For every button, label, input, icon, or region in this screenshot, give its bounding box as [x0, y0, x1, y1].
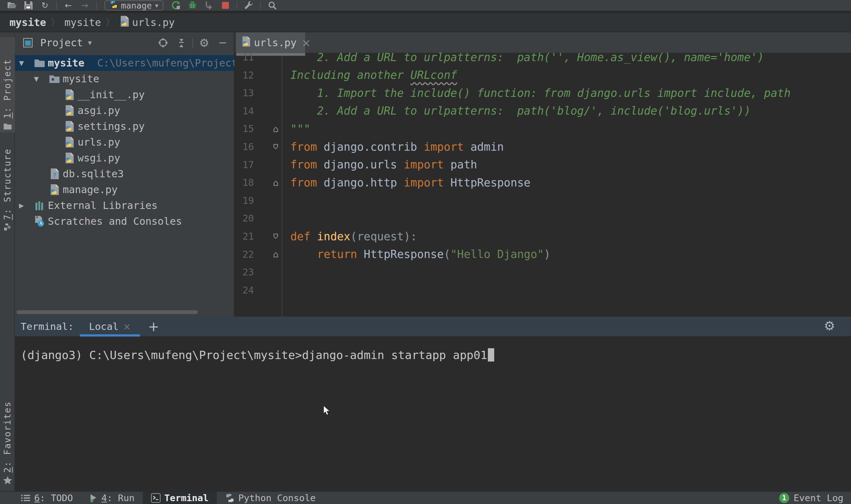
- code-line-21[interactable]: 21⌂def index(request):: [235, 227, 851, 245]
- tree-item-mysite[interactable]: ▼mysiteC:\Users\mufeng\Project: [15, 55, 234, 71]
- code-line-20[interactable]: 20: [235, 209, 851, 227]
- stop-icon[interactable]: [217, 0, 234, 11]
- code-line-14[interactable]: 14 2. Add a URL to urlpatterns: path('bl…: [235, 102, 851, 120]
- project-tree: ▼mysiteC:\Users\mufeng\Project▼mysite__i…: [15, 55, 234, 308]
- coverage-icon[interactable]: [201, 0, 217, 11]
- stripe-label: 2: Favorites: [2, 401, 13, 473]
- tree-item-wsgi-py[interactable]: wsgi.py: [15, 150, 234, 166]
- fold-end-icon[interactable]: ⌂: [273, 177, 278, 188]
- code-line-19[interactable]: 19: [235, 192, 851, 210]
- locate-icon[interactable]: [154, 38, 172, 48]
- code-text: from django.http import HttpResponse: [290, 176, 531, 189]
- wrench-icon[interactable]: [241, 0, 257, 11]
- code-editor[interactable]: 11 2. Add a URL to urlpatterns: path('',…: [235, 48, 851, 317]
- fold-gutter: [254, 209, 290, 227]
- terminal-header: Terminal: Local × + ⚙: [15, 317, 851, 336]
- statusbar-button-terminal[interactable]: Terminal: [143, 491, 217, 504]
- statusbar-button-python-console[interactable]: Python Console: [217, 491, 324, 504]
- run-configuration-select[interactable]: manage ▼: [105, 0, 163, 11]
- run-configuration-label: manage: [121, 1, 152, 11]
- code-line-15[interactable]: 15⌂""": [235, 120, 851, 138]
- chevron-collapsed-icon[interactable]: ▶: [19, 202, 24, 209]
- event-log-button[interactable]: 1 Event Log: [779, 492, 844, 503]
- header-separator: [193, 38, 193, 48]
- code-line-16[interactable]: 16⌂from django.contrib import admin: [235, 138, 851, 156]
- tree-item-manage-py[interactable]: manage.py: [15, 182, 234, 198]
- breadcrumb: mysite〉mysite〉urls.py: [0, 13, 851, 32]
- save-icon[interactable]: [20, 0, 37, 11]
- breadcrumb-item[interactable]: urls.py: [119, 16, 175, 30]
- close-icon[interactable]: ×: [123, 321, 131, 332]
- tree-item-asgi-py[interactable]: asgi.py: [15, 103, 234, 119]
- search-icon[interactable]: [264, 0, 280, 11]
- chevron-expanded-icon[interactable]: ▼: [19, 59, 24, 67]
- line-number: 18: [235, 177, 254, 188]
- fold-gutter: [254, 281, 290, 299]
- project-panel-title[interactable]: Project: [40, 37, 83, 49]
- forward-icon[interactable]: →: [77, 0, 93, 11]
- code-text: 2. Add a URL to urlpatterns: path('blog/…: [290, 105, 750, 117]
- open-folder-icon[interactable]: [4, 0, 20, 11]
- tree-item-urls-py[interactable]: urls.py: [15, 134, 234, 150]
- tree-item-settings-py[interactable]: settings.py: [15, 119, 234, 134]
- code-line-13[interactable]: 13 1. Import the include() function: fro…: [235, 84, 851, 102]
- close-icon[interactable]: ×: [302, 36, 311, 49]
- gear-icon[interactable]: ⚙: [195, 36, 213, 49]
- terminal-output[interactable]: (django3) C:\Users\mufeng\Project\mysite…: [21, 348, 844, 362]
- statusbar-button-6-todo[interactable]: 6: TODO: [13, 491, 81, 504]
- chevron-down-icon[interactable]: ▼: [88, 39, 92, 47]
- toolbar-separator: [56, 1, 57, 10]
- tree-item--init-py[interactable]: __init__.py: [15, 87, 234, 103]
- code-line-17[interactable]: 17from django.urls import path: [235, 156, 851, 174]
- stripe-button-structure[interactable]: 7: Structure: [0, 139, 15, 234]
- tree-item-db-sqlite3[interactable]: ?db.sqlite3: [15, 166, 234, 182]
- breadcrumb-item[interactable]: mysite: [10, 16, 46, 29]
- code-text: Including another URLconf: [290, 69, 457, 82]
- pyfile-icon: [63, 136, 76, 148]
- stripe-label: 1: Project: [2, 59, 13, 119]
- event-count-badge: 1: [779, 493, 789, 503]
- scratch-icon: [33, 215, 46, 228]
- statusbar-button-4-run[interactable]: 4: Run: [81, 491, 143, 504]
- terminal-tab-local[interactable]: Local ×: [89, 321, 131, 332]
- line-number: 20: [235, 213, 254, 224]
- code-line-11[interactable]: 11 2. Add a URL to urlpatterns: path('',…: [235, 48, 851, 66]
- chevron-expanded-icon[interactable]: ▼: [34, 75, 39, 83]
- fold-end-icon[interactable]: ⌂: [273, 124, 278, 134]
- hide-panel-icon[interactable]: ─: [213, 36, 232, 49]
- stripe-button-project[interactable]: 1: Project: [0, 37, 15, 132]
- project-tool-window: Project ▼ ⚙ ─ ▼mysiteC:\Users\mufeng\Pro…: [15, 32, 234, 317]
- code-line-24[interactable]: 24: [235, 281, 851, 299]
- debug-icon[interactable]: [184, 0, 201, 11]
- new-terminal-icon[interactable]: +: [148, 319, 159, 334]
- terminal-command-line: (django3) C:\Users\mufeng\Project\mysite…: [21, 348, 487, 362]
- code-line-12[interactable]: 12Including another URLconf: [235, 66, 851, 84]
- gear-icon[interactable]: ⚙: [824, 319, 835, 333]
- tree-item-label: asgi.py: [77, 105, 120, 116]
- tree-item-scratches-and-consoles[interactable]: Scratches and Consoles: [15, 213, 234, 229]
- tree-item-mysite[interactable]: ▼mysite: [15, 71, 234, 87]
- tree-item-label: Scratches and Consoles: [48, 215, 182, 227]
- collapse-all-icon[interactable]: [172, 38, 191, 48]
- stripe-button-favorites[interactable]: 2: Favorites: [0, 392, 15, 487]
- sync-icon[interactable]: ↻: [37, 0, 53, 11]
- fold-start-icon[interactable]: ⌂: [273, 231, 278, 241]
- run-icon[interactable]: [168, 0, 184, 11]
- fold-start-icon[interactable]: ⌂: [273, 142, 278, 152]
- line-number: 16: [235, 141, 254, 152]
- todo-tool-icon: [21, 494, 31, 502]
- horizontal-scrollbar[interactable]: [16, 310, 198, 314]
- breadcrumb-item[interactable]: mysite: [65, 16, 101, 29]
- code-line-18[interactable]: 18⌂from django.http import HttpResponse: [235, 174, 851, 192]
- breadcrumb-separator: 〉: [105, 16, 115, 29]
- code-line-22[interactable]: 22⌂ return HttpResponse("Hello Django"): [235, 245, 851, 264]
- code-line-23[interactable]: 23: [235, 263, 851, 281]
- fold-gutter: ⌂: [254, 174, 290, 192]
- python-file-icon: [241, 36, 251, 49]
- tree-item-external-libraries[interactable]: ▶External Libraries: [15, 198, 234, 213]
- back-icon[interactable]: ←: [60, 0, 77, 11]
- tree-item-label: External Libraries: [48, 199, 158, 212]
- project-stripe-icon: [3, 122, 12, 132]
- pyfile-icon: [63, 104, 76, 117]
- fold-end-icon[interactable]: ⌂: [273, 249, 278, 259]
